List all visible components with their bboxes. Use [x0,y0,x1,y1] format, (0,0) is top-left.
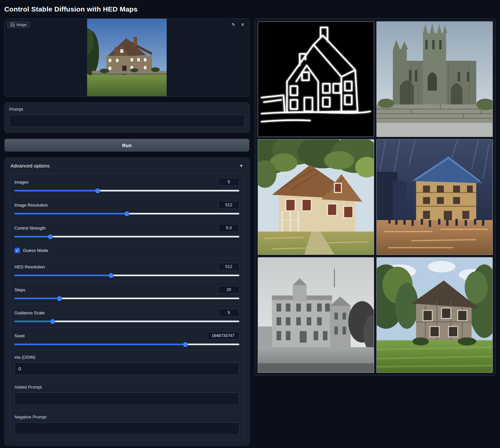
seed-value-input[interactable]: 1648733747 [206,332,239,340]
guidance-scale-slider-label: Guidance Scale [14,310,45,315]
guidance-scale-slider-handle[interactable] [50,319,55,324]
control-strength-slider-label: Control Strength [14,226,46,231]
result-gallery [255,18,496,376]
added-prompt-input[interactable] [14,392,239,405]
negative-prompt-input[interactable] [14,422,239,435]
guess-mode-row: Guess Mode [10,243,244,258]
control-strength-slider-row: Control Strength 0.3 [10,220,244,243]
guess-mode-checkbox[interactable] [14,248,20,253]
hed-resolution-slider[interactable] [14,275,239,276]
pencil-icon: ✎ [231,22,235,27]
eta-row: eta (DDIM) [10,350,244,380]
prompt-block: Prompt [4,102,250,133]
hed-resolution-slider-label: HED Resolution [14,264,45,269]
gallery-item-stone-cathedral[interactable] [376,21,493,137]
steps-slider[interactable] [14,298,239,299]
country-house-image [377,258,492,372]
guidance-scale-slider-row: Guidance Scale 5 [10,304,244,327]
image-resolution-slider-handle[interactable] [125,211,130,216]
run-button[interactable]: Run [4,139,250,152]
prompt-label: Prompt [9,107,245,112]
eta-input[interactable] [14,363,239,375]
steps-slider-handle[interactable] [57,296,62,301]
main-layout: Image ✎ × [4,18,496,446]
gallery-item-country-house[interactable] [376,257,493,373]
gallery-item-house-painting[interactable] [258,139,374,255]
hed-resolution-slider-row: HED Resolution 512 [10,258,244,281]
accordion-header[interactable]: Advanced options ▼ [5,158,249,173]
eta-label: eta (DDIM) [14,355,239,360]
rainy-painting-image [377,140,492,255]
advanced-options-accordion: Advanced options ▼ Images 5 [4,158,250,446]
images-slider[interactable] [14,190,239,191]
images-slider-row: Images 5 [10,174,244,197]
image-component-label: Image [16,23,27,27]
controls-column: Image ✎ × [4,18,250,446]
hed-resolution-slider-handle[interactable] [109,273,114,278]
added-prompt-label: Added Prompt [14,385,239,390]
control-strength-value-input[interactable]: 0.3 [218,224,239,232]
guidance-scale-value-input[interactable]: 5 [218,309,239,317]
guess-mode-label[interactable]: Guess Mode [23,248,48,253]
seed-slider-handle[interactable] [183,342,188,347]
gallery-item-rainy-painting[interactable] [376,139,493,255]
negative-prompt-row: Negative Prompt [10,410,244,440]
gallery-item-bw-building[interactable] [258,257,374,373]
image-icon [11,23,14,27]
prompt-input[interactable] [9,115,245,127]
stone-cathedral-image [377,22,492,137]
clear-image-button[interactable]: × [239,21,247,29]
steps-slider-row: Steps 20 [10,281,244,304]
output-column [255,18,496,376]
seed-slider[interactable] [14,344,239,345]
gallery-item-hed-edge-map[interactable] [258,21,374,137]
edit-image-button[interactable]: ✎ [229,21,237,29]
gallery-grid [258,21,493,373]
page-title: Control Stable Diffusion with HED Maps [4,5,496,13]
image-toolbar: ✎ × [229,21,247,29]
house-painting-image [258,140,374,255]
steps-value-input[interactable]: 20 [218,286,239,294]
image-component-tag[interactable]: Image [7,21,30,28]
negative-prompt-label: Negative Prompt [14,414,239,419]
images-value-input[interactable]: 5 [218,178,239,186]
steps-slider-label: Steps [14,287,25,292]
seed-slider-label: Seed [14,333,24,338]
close-icon: × [241,21,245,28]
uploaded-image-preview [87,18,167,97]
control-strength-slider-handle[interactable] [48,234,53,239]
control-strength-slider[interactable] [14,236,239,237]
accordion-title: Advanced options [11,163,50,168]
image-resolution-slider-label: Image Resolution [14,203,48,208]
image-resolution-slider-row: Image Resolution 512 [10,197,244,220]
image-resolution-value-input[interactable]: 512 [218,201,239,209]
hed-resolution-value-input[interactable]: 512 [218,263,239,271]
hed-edge-map-image [258,22,374,137]
app: Control Stable Diffusion with HED Maps I… [0,0,500,448]
guidance-scale-slider[interactable] [14,321,239,322]
bw-building-image [258,258,374,372]
images-slider-handle[interactable] [95,188,100,193]
advanced-form-group: Images 5 Image Resolution 512 [10,173,244,440]
images-slider-label: Images [14,180,29,185]
image-resolution-slider[interactable] [14,213,239,214]
chevron-down-icon: ▼ [239,164,243,168]
added-prompt-row: Added Prompt [10,380,244,410]
seed-slider-row: Seed 1648733747 [10,327,244,350]
image-upload-block[interactable]: Image ✎ × [4,18,250,97]
